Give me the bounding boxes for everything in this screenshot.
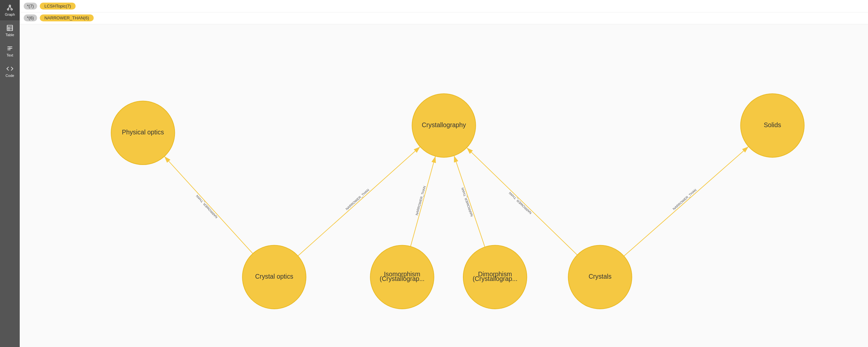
node-count-badge: *(7): [24, 3, 37, 9]
graph-node-crystallography[interactable]: Crystallography: [412, 94, 475, 157]
svg-line-3: [8, 7, 9, 9]
svg-text:(Crystallograp...: (Crystallograp...: [380, 275, 425, 282]
svg-line-18: [411, 156, 436, 247]
sidebar-item-table[interactable]: Table: [0, 20, 20, 41]
graph-node-crystal-optics[interactable]: Crystal optics: [242, 246, 306, 309]
text-icon: A: [6, 45, 13, 52]
svg-text:(Crystallograp...: (Crystallograp...: [472, 275, 517, 282]
graph-node-dimorphism[interactable]: Dimorphism(Crystallograp...: [463, 246, 527, 309]
edge-count-badge: *(6): [24, 14, 37, 21]
code-icon: [6, 65, 13, 72]
svg-line-24: [624, 147, 749, 256]
graph-icon: [6, 4, 13, 11]
sidebar-item-graph-label: Graph: [5, 12, 15, 17]
svg-text:NARROWER_THAN: NARROWER_THAN: [345, 188, 370, 211]
svg-text:Crystal optics: Crystal optics: [255, 273, 293, 280]
graph-node-crystals[interactable]: Crystals: [568, 246, 631, 309]
main-panel: *(7) LCSHTopic(7) *(6) NARROWER_THAN(6) …: [20, 0, 868, 347]
svg-point-2: [11, 8, 12, 10]
svg-text:A: A: [9, 47, 11, 50]
svg-text:Crystallography: Crystallography: [422, 121, 466, 128]
svg-text:NARROWER_THAN: NARROWER_THAN: [672, 188, 698, 211]
graph-node-isomorphism[interactable]: Isomorphism(Crystallograp...: [370, 246, 434, 309]
svg-text:Crystals: Crystals: [589, 273, 612, 280]
sidebar-item-graph[interactable]: Graph: [0, 0, 20, 20]
sidebar-item-text-label: Text: [7, 53, 13, 57]
svg-line-20: [454, 156, 485, 247]
svg-line-4: [10, 7, 11, 9]
svg-line-16: [298, 147, 420, 256]
sidebar-item-code[interactable]: Code: [0, 61, 20, 82]
header-row2: *(6) NARROWER_THAN(6): [20, 12, 868, 24]
graph-svg: NARROWER_THANNARROWER_THANNARROWER_THANN…: [20, 24, 868, 347]
svg-point-0: [7, 8, 9, 10]
sidebar-item-text[interactable]: A Text: [0, 41, 20, 61]
svg-text:NARROWER_THAN: NARROWER_THAN: [508, 191, 532, 215]
svg-point-1: [9, 5, 11, 7]
svg-text:NARROWER_THAN: NARROWER_THAN: [415, 186, 427, 216]
svg-line-22: [467, 148, 577, 255]
narrower-than-badge[interactable]: NARROWER_THAN(6): [40, 14, 94, 21]
svg-rect-5: [7, 25, 13, 31]
graph-node-solids[interactable]: Solids: [741, 94, 804, 157]
graph-area[interactable]: NARROWER_THANNARROWER_THANNARROWER_THANN…: [20, 24, 868, 347]
svg-text:NARROWER_THAN: NARROWER_THAN: [195, 194, 218, 219]
header-row1: *(7) LCSHTopic(7): [20, 0, 868, 12]
sidebar: Graph Table A Text Code: [0, 0, 20, 347]
svg-text:Solids: Solids: [764, 121, 781, 128]
sidebar-item-code-label: Code: [6, 73, 14, 77]
graph-node-physical-optics[interactable]: Physical optics: [111, 101, 175, 165]
table-icon: [6, 24, 13, 32]
sidebar-item-table-label: Table: [6, 33, 14, 37]
lcsh-topic-badge[interactable]: LCSHTopic(7): [40, 3, 75, 9]
svg-text:NARROWER_THAN: NARROWER_THAN: [461, 187, 474, 217]
svg-line-14: [164, 156, 253, 254]
svg-text:Physical optics: Physical optics: [122, 128, 164, 136]
